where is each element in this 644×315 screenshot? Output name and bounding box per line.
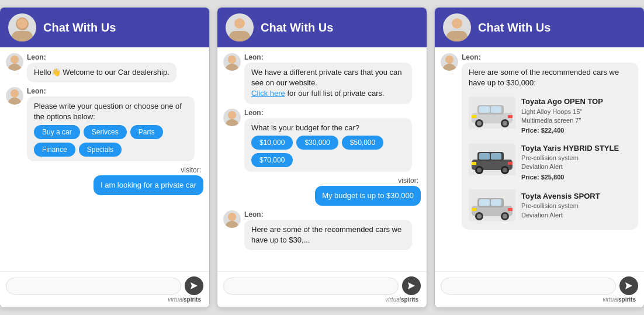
send-icon-3: [624, 281, 633, 290]
msg-content-2: Leon: Please write your question or choo…: [27, 87, 195, 161]
svg-point-6: [8, 64, 22, 71]
svg-rect-48: [479, 199, 490, 206]
budget-30k[interactable]: $30,000: [296, 136, 338, 150]
visitor-bubble-2: My budget is up to $30,000: [315, 186, 421, 206]
svg-point-22: [452, 18, 462, 29]
option-services[interactable]: Serivces: [84, 125, 127, 139]
msg-sender-1: Leon:: [27, 53, 176, 61]
visitor-label-2: visitor:: [398, 176, 421, 185]
svg-rect-39: [491, 153, 501, 160]
car-price-2: Price: $25,800: [521, 173, 619, 182]
option-finance[interactable]: Finance: [34, 143, 75, 157]
svg-rect-28: [479, 106, 490, 113]
send-button-1[interactable]: [185, 276, 203, 295]
chat-header-3: Chat With Us: [435, 8, 644, 47]
visitor-bubble-1: I am looking for a private car: [94, 175, 203, 195]
send-button-3[interactable]: [619, 276, 638, 295]
svg-rect-5: [12, 31, 33, 41]
msg-bubble-1: Hello👋 Welcome to our Car dealership.: [27, 63, 176, 82]
svg-point-16: [225, 119, 239, 126]
budget-70k[interactable]: $70,000: [251, 153, 293, 167]
option-buy-a-car[interactable]: Buy a car: [34, 125, 80, 139]
car-info-1: Toyata Ago OPEN TOP Light Alloy Hoops 15…: [521, 96, 603, 135]
car-image-3: [469, 189, 515, 221]
agent-avatar-2: [226, 13, 254, 41]
chat-header-2: Chat With Us: [217, 8, 427, 47]
msg-avatar-1: [6, 53, 23, 71]
car-detail2-1: Multimedia screen 7": [521, 116, 603, 125]
visitor-row-1: visitor: I am looking for a private car: [6, 166, 203, 195]
msg-row-agent-w2-2: Leon: What is your budget for the car? $…: [223, 109, 421, 172]
budget-10k[interactable]: $10,000: [251, 136, 293, 150]
msg-bubble-w2-3: Here are some of the recommended cars we…: [244, 220, 412, 250]
svg-marker-10: [191, 282, 198, 289]
options-row-1: Buy a car Serivces Parts Finance Special…: [34, 125, 188, 157]
svg-point-53: [503, 214, 507, 219]
svg-point-19: [228, 213, 236, 221]
msg-row-agent-2: Leon: Please write your question or choo…: [6, 87, 203, 161]
agent-avatar-3: [443, 13, 471, 41]
car-price-1: Price: $22,400: [521, 126, 603, 135]
budget-options: $10,000 $30,000 $50,000 $70,000: [251, 136, 405, 167]
svg-rect-49: [491, 199, 501, 206]
svg-point-4: [17, 18, 27, 29]
car-card-2: Toyta Yaris HYBRID STYLE Pre-collision s…: [469, 140, 631, 186]
svg-point-14: [225, 64, 239, 71]
msg-avatar-w3-1: [441, 53, 458, 71]
car-info-3: Toyta Avensis SPORT Pre-collision system…: [521, 189, 600, 221]
msg-row-agent-w2-3: Leon: Here are some of the recommended c…: [223, 210, 421, 250]
msg-content-w2-2: Leon: What is your budget for the car? $…: [244, 109, 412, 172]
svg-point-25: [445, 56, 453, 64]
msg-row-agent-w2-1: Leon: We have a different private cars t…: [223, 53, 421, 104]
svg-rect-55: [508, 208, 513, 211]
chat-title-2: Chat With Us: [261, 21, 333, 34]
msg-sender-w3-1: Leon:: [462, 53, 638, 61]
chat-widget-2: Chat With Us Leon: We have a different p…: [217, 7, 427, 308]
svg-point-43: [503, 168, 507, 172]
car-image-1: [469, 96, 515, 129]
chat-widgets-container: Chat With Us Leon: Hello👋 Welcome to our…: [0, 0, 644, 315]
msg-content-w2-3: Leon: Here are some of the recommended c…: [244, 210, 412, 250]
chat-input-2[interactable]: [223, 278, 399, 295]
car-image-2: [469, 143, 515, 175]
svg-point-31: [477, 121, 482, 126]
msg-sender-w2-1: Leon:: [244, 53, 412, 61]
input-row-2: [223, 276, 421, 295]
car-detail1-3: Pre-collision system: [521, 202, 600, 210]
msg-content-w3-1: Leon: Here are some of the recommended c…: [462, 53, 638, 230]
chat-input-1[interactable]: [6, 278, 181, 295]
budget-50k[interactable]: $50,000: [342, 136, 383, 150]
agent-avatar-1: [8, 13, 36, 41]
send-icon-2: [407, 281, 416, 290]
msg-avatar-w2-1: [223, 53, 241, 71]
svg-rect-29: [491, 106, 501, 113]
branding-2: virtualspirits: [223, 296, 421, 303]
svg-point-41: [477, 168, 482, 172]
car-card-3: Toyta Avensis SPORT Pre-collision system…: [469, 186, 631, 225]
msg-bubble-w2-1: We have a different private cars that yo…: [244, 63, 412, 104]
msg-avatar-w2-3: [223, 210, 241, 228]
chat-input-3[interactable]: [441, 278, 616, 295]
svg-point-15: [228, 56, 236, 64]
chat-footer-3: virtualspirits: [435, 271, 644, 307]
rec-cars-intro: Here are some of the recommended cars we…: [469, 68, 619, 87]
svg-rect-34: [472, 115, 476, 118]
msg-content-1: Leon: Hello👋 Welcome to our Car dealersh…: [27, 53, 176, 82]
car-detail1-2: Pre-collision system: [521, 154, 619, 162]
msg-row-agent-w3-1: Leon: Here are some of the recommended c…: [441, 53, 638, 230]
car-name-3: Toyta Avensis SPORT: [521, 191, 600, 202]
svg-point-51: [477, 214, 482, 219]
svg-rect-45: [508, 162, 513, 165]
send-button-2[interactable]: [402, 276, 421, 295]
click-here-link[interactable]: Click here: [251, 89, 285, 98]
svg-marker-56: [625, 282, 632, 289]
car-name-1: Toyata Ago OPEN TOP: [521, 96, 603, 107]
option-parts[interactable]: Parts: [130, 125, 163, 139]
msg-bubble-w2-2: What is your budget for the car? $10,000…: [244, 118, 412, 172]
option-specials[interactable]: Specials: [79, 143, 122, 157]
msg-bubble-w3-1: Here are some of the recommended cars we…: [462, 63, 638, 230]
svg-rect-38: [479, 153, 490, 160]
svg-point-18: [225, 221, 239, 228]
svg-rect-23: [446, 31, 468, 41]
car-card-1: Toyata Ago OPEN TOP Light Alloy Hoops 15…: [469, 93, 631, 139]
